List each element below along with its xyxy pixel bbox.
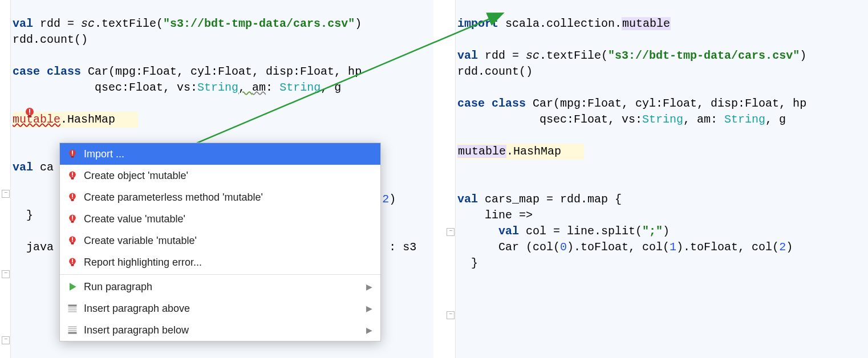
code-text: ).toFloat, col(	[676, 241, 779, 254]
code-text: java	[13, 241, 54, 254]
svg-rect-17	[71, 221, 74, 222]
menu-import[interactable]: Import ...	[60, 143, 380, 165]
code-text: }	[13, 209, 33, 222]
svg-rect-21	[71, 242, 74, 244]
svg-rect-1	[28, 115, 31, 117]
svg-rect-3	[29, 113, 30, 115]
fold-mark-icon[interactable]: −	[2, 270, 10, 278]
svg-rect-11	[72, 176, 73, 177]
svg-rect-18	[72, 215, 73, 219]
menu-create-variable[interactable]: Create variable 'mutable'	[60, 230, 380, 251]
type-string: String	[642, 113, 683, 126]
code-text: .HashMap	[506, 145, 561, 158]
intention-popup: Import ... Create object 'mutable' Creat…	[59, 143, 381, 341]
keyword-case: case	[13, 65, 40, 78]
right-gutter: − −	[445, 0, 456, 358]
menu-create-object[interactable]: Create object 'mutable'	[60, 165, 380, 186]
fold-mark-icon[interactable]: −	[447, 228, 455, 236]
menu-label: Create object 'mutable'	[84, 170, 188, 182]
insert-below-icon	[67, 324, 78, 336]
string-literal: ";"	[642, 225, 663, 238]
intention-bulb-icon[interactable]	[23, 106, 36, 120]
bulb-error-icon	[67, 148, 78, 160]
svg-rect-5	[71, 156, 74, 157]
menu-label: Create variable 'mutable'	[84, 235, 197, 247]
bulb-error-icon	[67, 235, 78, 246]
keyword-class: class	[47, 65, 81, 78]
code-text: Car(mpg:Float, cyl:Float, disp:Float, hp	[526, 97, 806, 110]
code-text: rdd.count()	[457, 65, 533, 78]
code-text: .textFile(	[95, 17, 163, 30]
code-text: ).toFloat, col(	[567, 241, 670, 254]
menu-insert-above[interactable]: Insert paragraph above ▶	[60, 298, 380, 319]
svg-rect-33	[68, 326, 77, 327]
code-text: ca	[33, 161, 54, 174]
code-text: )	[355, 17, 362, 30]
keyword-val: val	[498, 225, 519, 238]
code-text: scala.collection.	[498, 17, 622, 30]
code-text: )	[663, 225, 670, 238]
number-literal: 1	[670, 241, 676, 254]
code-text: :	[266, 81, 279, 94]
code-text: rdd =	[33, 17, 81, 30]
code-text: col = line.split(	[519, 225, 642, 238]
code-text: qsec:Float, vs:	[457, 113, 642, 126]
menu-separator	[60, 274, 380, 275]
code-text	[457, 225, 498, 238]
menu-label: Create parameterless method 'mutable'	[84, 192, 263, 204]
code-text: )	[786, 241, 793, 254]
svg-rect-34	[68, 328, 77, 329]
number-literal: 0	[560, 241, 567, 254]
menu-label: Import ...	[84, 148, 124, 160]
menu-report-error[interactable]: Report highlighting error...	[60, 251, 380, 273]
bulb-error-icon	[67, 192, 78, 203]
menu-run-paragraph[interactable]: Run paragraph ▶	[60, 276, 380, 298]
right-code[interactable]: import scala.collection.mutable val rdd …	[457, 0, 868, 287]
editor-right-pane: − − import scala.collection.mutable val …	[445, 0, 868, 358]
insert-above-icon	[67, 303, 78, 314]
svg-rect-35	[68, 330, 77, 331]
var-sc: sc	[526, 49, 540, 62]
code-text: rdd.count()	[13, 33, 88, 46]
submenu-chevron-icon: ▶	[366, 326, 372, 335]
fold-mark-icon[interactable]: −	[2, 190, 10, 198]
editor-left-pane: − − − val rdd = sc.textFile("s3://bdt-tm…	[0, 0, 433, 358]
bulb-error-icon	[67, 170, 78, 181]
svg-marker-28	[70, 283, 76, 290]
svg-rect-7	[72, 154, 73, 156]
svg-rect-36	[68, 332, 77, 333]
svg-rect-2	[29, 109, 30, 113]
code-text: .textFile(	[540, 49, 608, 62]
type-string: String	[724, 113, 765, 126]
svg-rect-19	[72, 219, 73, 221]
error-mutable: mutable	[13, 113, 60, 126]
code-text	[485, 97, 492, 110]
svg-rect-23	[72, 241, 73, 242]
svg-rect-25	[71, 264, 74, 266]
code-text: )	[800, 49, 806, 62]
menu-create-value[interactable]: Create value 'mutable'	[60, 208, 380, 230]
code-text: cars_map = rdd.map {	[478, 193, 622, 206]
code-text: , g	[765, 113, 786, 126]
number-literal: 2	[382, 193, 389, 206]
svg-rect-27	[72, 263, 73, 264]
code-text: Car (col(	[457, 241, 560, 254]
menu-insert-below[interactable]: Insert paragraph below ▶	[60, 319, 380, 341]
keyword-case: case	[457, 97, 485, 110]
keyword-import: import	[457, 17, 498, 30]
svg-rect-14	[72, 194, 73, 197]
code-text: : s3	[389, 241, 416, 254]
code-text: }	[457, 257, 478, 270]
menu-label: Run paragraph	[84, 281, 152, 293]
fold-mark-icon[interactable]: −	[447, 311, 455, 319]
fold-mark-icon[interactable]: −	[2, 336, 10, 344]
string-literal: "s3://bdt-tmp-data/cars.csv"	[608, 49, 800, 62]
keyword-val: val	[457, 193, 478, 206]
code-text: rdd =	[478, 49, 526, 62]
type-string: String	[197, 81, 238, 94]
submenu-chevron-icon: ▶	[366, 304, 372, 313]
keyword-class: class	[492, 97, 526, 110]
submenu-chevron-icon: ▶	[366, 282, 372, 291]
keyword-val: val	[13, 161, 33, 174]
menu-create-method[interactable]: Create parameterless method 'mutable'	[60, 186, 380, 208]
